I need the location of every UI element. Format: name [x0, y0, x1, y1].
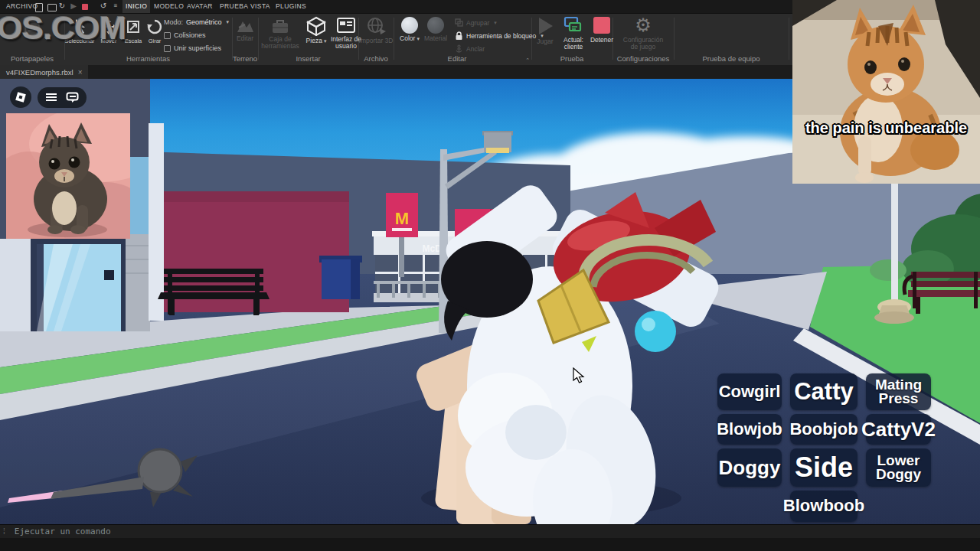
ui-panel-icon: [336, 16, 356, 34]
group-label-prueba-equipo: Prueba de equipo: [674, 54, 789, 63]
lock-icon: [455, 31, 463, 41]
herramienta-bloqueo-button[interactable]: Herramienta de bloqueo▾: [455, 31, 544, 41]
terrain-icon: [236, 17, 254, 34]
terrain-edit-button[interactable]: Editar: [230, 17, 260, 42]
group-label-insertar: Insertar: [258, 54, 358, 63]
color-wheel-icon: [401, 17, 418, 34]
morph-button-boobjob[interactable]: Boobjob: [790, 414, 858, 445]
chat-bubble-icon[interactable]: [66, 92, 79, 103]
menu-tab-modelo[interactable]: MODELO: [151, 0, 187, 13]
toolbox-icon: [270, 16, 290, 34]
group-label-portapapeles: Portapapeles: [0, 54, 64, 63]
checkbox-unir-superficies[interactable]: Unir superficies: [164, 44, 221, 52]
play-big-icon: [535, 15, 555, 37]
group-label-editar: Editar: [394, 54, 521, 63]
group-label-terreno: Terreno: [232, 54, 258, 63]
color-button[interactable]: Color▾: [396, 17, 423, 42]
importar-3d-button[interactable]: Importar 3D: [358, 16, 394, 44]
group-label-configuraciones: Configuraciones: [612, 54, 674, 63]
material-sphere-icon: [427, 17, 444, 34]
roblox-logo-icon: [15, 91, 27, 103]
ribbon-group-editar: Color▾ Material Agrupar▾ Herramienta de …: [394, 14, 531, 65]
agrupar-button[interactable]: Agrupar▾: [455, 18, 497, 27]
morph-button-lower-doggy[interactable]: Lower Doggy: [866, 448, 931, 487]
topbar-pill: [38, 87, 87, 108]
morph-button-cowgirl[interactable]: Cowgirl: [717, 373, 782, 410]
status-bar: [0, 538, 980, 551]
gear-icon: ⚙: [635, 15, 652, 35]
rotate-icon: [146, 18, 163, 35]
ribbon-group-archivo: Importar 3D Archivo: [358, 14, 394, 65]
mode-dropdown[interactable]: Modo: Geométrico ▾: [164, 18, 229, 26]
roblox-studio-window: ARCHIVO ↻ ▶ ↺ ≡ INICIO MODELO AVATAR PRU…: [0, 0, 980, 551]
cyan-ball: [635, 311, 676, 352]
jugar-button[interactable]: Jugar: [531, 15, 559, 45]
blue-dumpster: [319, 256, 362, 299]
roblox-ingame-topbar: [10, 86, 87, 108]
ribbon-group-prueba: Jugar Actual:cliente Detener Prueba: [531, 14, 612, 65]
stop-icon: [592, 15, 612, 35]
toolbox-button[interactable]: Caja de herramientas: [261, 16, 299, 51]
checkbox-box: [164, 32, 171, 39]
ribbon-group-terreno: Editar Terreno: [232, 14, 258, 65]
scale-icon: [126, 18, 141, 35]
kitten-meme-overlay: the pain is unbearable: [792, 0, 980, 184]
mouse-cursor: [573, 367, 586, 387]
lit-wall-corner: [149, 123, 164, 321]
ribbon-group-configuraciones: ⚙ Configuración de juego Configuraciones: [612, 14, 674, 65]
left-building: [0, 234, 150, 331]
morph-buttons-panel: Cowgirl Catty Mating Press Blowjob Boobj…: [717, 373, 931, 522]
golden-arches-m: M: [395, 209, 409, 228]
group-label-archivo: Archivo: [358, 54, 394, 63]
group-label-prueba: Prueba: [531, 54, 612, 63]
ribbon-group-prueba-equipo: Prueba de equipo: [674, 14, 789, 65]
morph-button-blowboob[interactable]: Blowboob: [790, 491, 858, 522]
anclar-button[interactable]: Anclar: [455, 44, 485, 54]
actual-cliente-button[interactable]: Actual:cliente: [559, 15, 588, 51]
hamburger-menu-icon[interactable]: [45, 93, 57, 102]
menu-tab-prueba[interactable]: PRUEBA: [217, 0, 251, 13]
door-handle: [104, 270, 114, 280]
anchor-icon: [455, 44, 463, 54]
command-bar: ⁞: [0, 524, 980, 538]
globe-icon: [366, 16, 386, 36]
material-button[interactable]: Material: [422, 17, 449, 42]
group-objects-icon: [455, 18, 463, 27]
meme-caption: the pain is unbearable: [792, 119, 980, 137]
detener-button[interactable]: Detener: [588, 15, 616, 44]
morph-button-cattyv2[interactable]: CattyV2: [866, 414, 931, 445]
pieza-button[interactable]: Pieza▾: [302, 16, 330, 44]
morph-button-side[interactable]: Side: [790, 448, 858, 487]
tab-close-icon[interactable]: ×: [78, 68, 83, 77]
command-input[interactable]: [13, 526, 399, 537]
menu-tab-vista[interactable]: VISTA: [247, 0, 273, 13]
collapse-group-icon[interactable]: ⌃: [525, 57, 530, 64]
roblox-menu-button[interactable]: [10, 86, 31, 108]
checkbox-box: [164, 45, 171, 52]
configuracion-juego-button[interactable]: ⚙ Configuración de juego: [622, 15, 665, 51]
checkbox-colisiones[interactable]: Colisiones: [164, 31, 206, 39]
grip-icon: ⁞: [3, 527, 5, 536]
ribbon-group-insertar: Caja de herramientas Pieza▾ Interfaz de …: [258, 14, 358, 65]
morph-button-catty[interactable]: Catty: [790, 373, 858, 410]
morph-button-blowjob[interactable]: Blowjob: [717, 414, 782, 445]
tab-v4fixedmorphs[interactable]: v4FIXEDmorphs.rbxl ×: [0, 65, 88, 79]
menu-tab-avatar[interactable]: AVATAR: [184, 0, 216, 13]
watermark-text: OS.COM: [0, 9, 126, 47]
client-sync-icon: [564, 15, 583, 35]
part-cube-icon: [306, 16, 326, 36]
menu-tab-inicio[interactable]: INICIO: [122, 0, 150, 13]
group-label-herramientas: Herramientas: [64, 54, 232, 63]
left-window-glass: [130, 157, 150, 243]
menu-tab-plugins[interactable]: PLUGINS: [273, 0, 309, 13]
kitten-webcam-overlay: [6, 113, 130, 239]
meme-kitten-image: [792, 0, 980, 184]
morph-button-mating-press[interactable]: Mating Press: [866, 373, 931, 410]
morph-button-doggy[interactable]: Doggy: [717, 448, 782, 487]
